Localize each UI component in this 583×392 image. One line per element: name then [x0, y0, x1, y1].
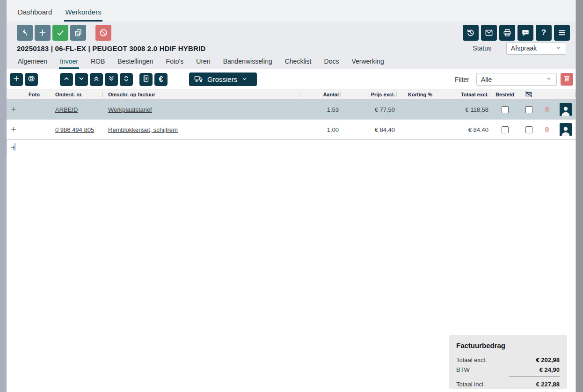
part-number-link[interactable]: ARBEID — [55, 106, 78, 113]
euro-button[interactable]: € — [154, 73, 168, 86]
subtab-checklist[interactable]: Checklist — [284, 56, 313, 69]
move-top-icon — [92, 74, 101, 85]
total-cell: € 118,58 — [434, 100, 490, 119]
move-up-icon — [62, 74, 71, 85]
subtab-invoer[interactable]: Invoer — [59, 56, 79, 69]
add-row-button[interactable]: + — [11, 143, 16, 153]
discount-cell — [397, 120, 434, 139]
back-icon — [20, 28, 29, 37]
cancel-button[interactable] — [95, 25, 111, 41]
lines-table-header: Foto Onderd. nr. Omschr. op factuur Aant… — [7, 89, 576, 100]
header-onderd-nr[interactable]: Onderd. nr. — [48, 89, 103, 99]
invoice-summary-title: Factuurbedrag — [456, 341, 560, 349]
help-button[interactable]: ? — [536, 25, 552, 41]
header-delete — [538, 89, 556, 99]
filter-value: Alle — [481, 76, 492, 83]
cancel-icon — [99, 28, 108, 37]
lines-toolbar: € Grossiers Filter Alle — [7, 69, 576, 89]
move-top-button[interactable] — [90, 73, 103, 86]
history-button[interactable] — [463, 25, 479, 41]
add-icon — [12, 74, 21, 85]
subtab-fotos[interactable]: Foto's — [165, 56, 185, 69]
description-link[interactable]: Remblokkenset, schijfrem — [108, 126, 178, 133]
filter-dropdown[interactable]: Alle — [476, 73, 557, 86]
not-printed-checkbox[interactable] — [525, 106, 532, 113]
invoice-value: € 202,98 — [536, 355, 560, 365]
total-cell: € 84,40 — [434, 120, 490, 139]
qty-cell: 1,00 — [300, 120, 341, 139]
vertical-scrollbar[interactable] — [576, 0, 583, 392]
besteld-checkbox[interactable] — [502, 106, 509, 113]
invoice-total-excl-row: Totaal excl. € 202,98 — [456, 355, 560, 365]
pricelist-button[interactable] — [139, 73, 153, 86]
move-bottom-button[interactable] — [105, 73, 118, 86]
view-icon — [27, 74, 36, 85]
subtab-uren[interactable]: Uren — [195, 56, 211, 69]
delete-row-icon[interactable] — [543, 126, 551, 133]
print-icon — [503, 28, 512, 37]
chevron-down-icon — [555, 44, 561, 52]
subtab-rob[interactable]: ROB — [90, 56, 106, 69]
move-up-button[interactable] — [60, 73, 73, 86]
menu-button[interactable] — [554, 25, 570, 41]
header-korting[interactable]: Korting % — [397, 89, 434, 99]
header-not-printed[interactable] — [519, 89, 538, 99]
mechanic-avatar[interactable] — [560, 103, 572, 116]
main-content: Dashboard Werkorders — [7, 0, 576, 392]
trash-icon — [563, 74, 571, 84]
view-button[interactable] — [25, 73, 38, 86]
not-printed-checkbox[interactable] — [525, 126, 532, 133]
workorder-toolbar-right: ? — [460, 25, 570, 41]
pricelist-icon — [142, 74, 150, 85]
invoice-value: € 24,90 — [539, 365, 560, 375]
row-expander[interactable]: + — [11, 124, 16, 135]
invoice-divider — [509, 377, 560, 377]
subtab-bestellingen[interactable]: Bestellingen — [117, 56, 154, 69]
sort-button[interactable] — [120, 73, 133, 86]
sort-icon — [122, 74, 131, 85]
table-row[interactable]: + 0 986 494 805 Remblokkenset, schijfrem… — [7, 120, 576, 140]
email-button[interactable] — [481, 25, 497, 41]
move-down-icon — [77, 74, 86, 85]
tab-werkorders[interactable]: Werkorders — [64, 3, 102, 22]
move-down-button[interactable] — [75, 73, 88, 86]
subtab-algemeen[interactable]: Algemeen — [17, 56, 48, 69]
workorder-title: 20250183 | 06-FL-EX | PEUGEOT 3008 2.0 H… — [17, 44, 206, 52]
mechanic-avatar[interactable] — [560, 123, 572, 136]
add-line-button[interactable] — [10, 73, 23, 86]
description-link[interactable]: Werkplaatstarief — [108, 106, 152, 113]
invoice-btw-row: BTW € 24,90 — [456, 365, 560, 375]
invoice-total-incl-row: Totaal incl. € 227,88 — [456, 379, 560, 389]
add-workorder-button[interactable] — [35, 25, 51, 41]
header-aantal[interactable]: Aantal — [300, 89, 341, 99]
workorder-toolbar: ? — [7, 22, 576, 41]
status-dropdown[interactable]: Afspraak — [506, 42, 566, 55]
table-row[interactable]: + ARBEID Werkplaatstarief 1,53 € 77,50 €… — [7, 100, 576, 120]
header-foto[interactable]: Foto — [21, 89, 48, 99]
part-number-link[interactable]: 0 986 494 805 — [55, 126, 94, 133]
subtab-verwerking[interactable]: Verwerking — [350, 56, 385, 69]
filter-wrap: Filter Alle — [455, 73, 573, 86]
grossiers-dropdown-button[interactable]: Grossiers — [189, 73, 257, 86]
delete-lines-button[interactable] — [561, 73, 573, 86]
header-besteld[interactable]: Besteld — [490, 89, 519, 99]
row-expander[interactable]: + — [11, 104, 16, 115]
confirm-button[interactable] — [52, 25, 68, 41]
menu-icon — [557, 28, 567, 37]
copy-button[interactable] — [70, 25, 86, 41]
header-totaal-excl[interactable]: Totaal excl. — [434, 89, 490, 99]
move-bottom-icon — [107, 74, 116, 85]
header-prijs-excl[interactable]: Prijs excl. — [341, 89, 397, 99]
status-value: Afspraak — [511, 44, 537, 52]
subtab-docs[interactable]: Docs — [323, 56, 340, 69]
add-row-strip: + — [7, 140, 576, 156]
header-omschr[interactable]: Omschr. op factuur — [103, 89, 300, 99]
chat-button[interactable] — [517, 25, 533, 41]
delete-row-icon[interactable] — [543, 106, 551, 113]
back-button[interactable] — [17, 25, 33, 41]
subtab-bandenwisseling[interactable]: Bandenwisseling — [222, 56, 273, 69]
print-button[interactable] — [499, 25, 515, 41]
besteld-checkbox[interactable] — [502, 126, 509, 133]
foto-cell — [21, 100, 48, 119]
tab-dashboard[interactable]: Dashboard — [17, 3, 53, 22]
